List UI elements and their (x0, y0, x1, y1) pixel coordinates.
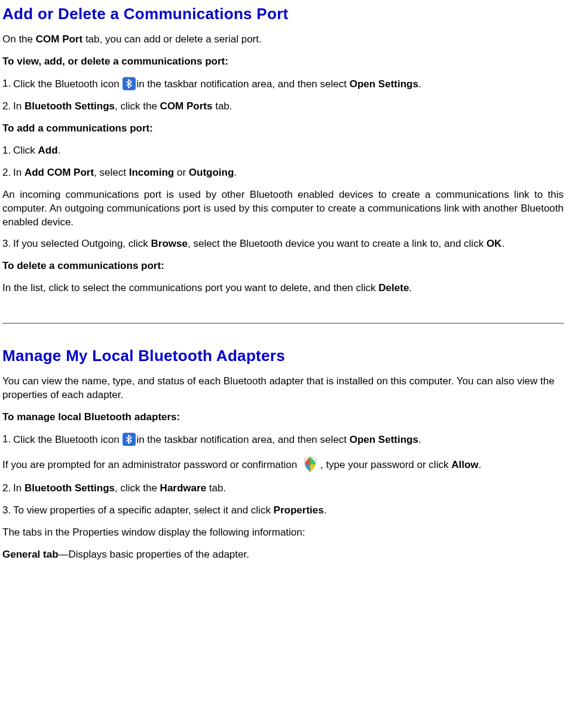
text: , click the (115, 482, 160, 494)
bold-incoming: Incoming (129, 167, 175, 178)
step-1: 1. Click the Bluetooth icon in the taskb… (2, 77, 564, 91)
step-body: Click the Bluetooth icon in the taskbar … (13, 77, 564, 91)
text: To view properties of a specific adapter… (13, 504, 274, 516)
step-number: 2. (2, 100, 13, 114)
bold-outgoing: Outgoing (189, 167, 234, 178)
section-divider (2, 323, 564, 324)
bold-open-settings: Open Settings (350, 434, 418, 445)
text: in the taskbar notification area, and th… (136, 78, 349, 90)
text: . (418, 78, 421, 90)
bold-browse: Browse (151, 238, 188, 249)
step-body: In Add COM Port, select Incoming or Outg… (13, 166, 564, 180)
text: . (418, 434, 421, 445)
admin-prompt-paragraph: If you are prompted for an administrator… (2, 455, 564, 473)
tabs-intro-paragraph: The tabs in the Properties window displa… (2, 526, 564, 540)
bold-bluetooth-settings: Bluetooth Settings (25, 482, 115, 494)
general-tab-paragraph: General tab—Displays basic properties of… (2, 548, 564, 562)
text: . (501, 238, 504, 249)
text: tab. (206, 482, 226, 494)
text: or (174, 167, 189, 178)
text: . (479, 459, 482, 470)
text: , select the Bluetooth device you want t… (188, 238, 487, 249)
text: If you selected Outgoing, click (13, 238, 151, 249)
text: In (13, 100, 25, 112)
subheading-to-add: To add a communications port: (2, 122, 564, 136)
text: , select (94, 167, 129, 178)
bold-add-com-port: Add COM Port (25, 167, 94, 178)
step-number: 1. (2, 144, 13, 158)
step-body: If you selected Outgoing, click Browse, … (13, 237, 564, 251)
text: . (409, 282, 412, 293)
delete-paragraph: In the list, click to select the communi… (2, 282, 564, 295)
text: —Displays basic properties of the adapte… (59, 549, 249, 560)
text: . (58, 145, 61, 156)
step-number: 3. (2, 504, 13, 518)
explain-paragraph: An incoming communications port is used … (2, 188, 564, 230)
bold-hardware: Hardware (160, 482, 206, 494)
bold-com-ports: COM Ports (160, 100, 213, 112)
subheading-to-manage: To manage local Bluetooth adapters: (2, 411, 564, 424)
step-body: Click Add. (13, 144, 564, 158)
step-number: 3. (2, 237, 13, 251)
text: In (13, 482, 25, 494)
step-number: 2. (2, 482, 13, 495)
subheading-to-delete: To delete a communications port: (2, 259, 564, 273)
text: . (324, 504, 327, 516)
step-number: 1. (2, 77, 13, 91)
bold-general-tab: General tab (2, 549, 59, 560)
text: tab. (212, 100, 232, 112)
text: in the taskbar notification area, and th… (136, 434, 349, 445)
text: , click the (115, 100, 160, 112)
heading-add-delete-com-port: Add or Delete a Communications Port (2, 4, 564, 25)
step-2: 2. In Bluetooth Settings, click the COM … (2, 100, 564, 114)
text: , type your password or click (320, 459, 451, 470)
bluetooth-icon (123, 77, 136, 90)
uac-shield-icon (301, 455, 319, 473)
manage-step-3: 3. To view properties of a specific adap… (2, 504, 564, 518)
manage-step-1: 1. Click the Bluetooth icon in the taskb… (2, 433, 564, 447)
add-step-3: 3. If you selected Outgoing, click Brows… (2, 237, 564, 251)
step-body: To view properties of a specific adapter… (13, 504, 564, 518)
bold-allow: Allow (451, 459, 478, 470)
subheading-view-add-delete: To view, add, or delete a communications… (2, 55, 564, 69)
text: Click (13, 145, 38, 156)
text: If you are prompted for an administrator… (2, 459, 300, 470)
manage-step-2: 2. In Bluetooth Settings, click the Hard… (2, 482, 564, 495)
bold-ok: OK (487, 238, 502, 249)
bold-delete: Delete (378, 282, 409, 293)
text: tab, you can add or delete a serial port… (82, 33, 262, 45)
bold-com-port: COM Port (36, 33, 82, 45)
intro-paragraph-2: You can view the name, type, and status … (2, 375, 564, 402)
text: Click the Bluetooth icon (13, 78, 122, 90)
bold-open-settings: Open Settings (350, 78, 418, 90)
bold-bluetooth-settings: Bluetooth Settings (25, 100, 115, 112)
bold-properties: Properties (274, 504, 324, 516)
text: On the (2, 33, 36, 45)
text: Click the Bluetooth icon (13, 434, 122, 445)
heading-manage-adapters: Manage My Local Bluetooth Adapters (2, 345, 564, 366)
text: . (234, 167, 237, 178)
text: In the list, click to select the communi… (2, 282, 378, 293)
step-number: 1. (2, 433, 13, 447)
bluetooth-icon (123, 433, 136, 446)
step-body: In Bluetooth Settings, click the COM Por… (13, 100, 564, 114)
add-step-1: 1. Click Add. (2, 144, 564, 158)
text: In (13, 167, 25, 178)
bold-add: Add (38, 145, 58, 156)
step-number: 2. (2, 166, 13, 180)
step-body: Click the Bluetooth icon in the taskbar … (13, 433, 564, 447)
add-step-2: 2. In Add COM Port, select Incoming or O… (2, 166, 564, 180)
intro-paragraph: On the COM Port tab, you can add or dele… (2, 33, 564, 47)
step-body: In Bluetooth Settings, click the Hardwar… (13, 482, 564, 495)
